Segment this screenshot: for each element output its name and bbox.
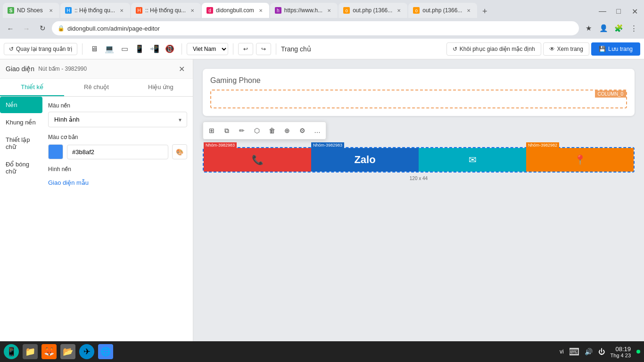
profile-button[interactable]: 👤 [597,22,610,35]
taskbar-time: 08:19 [611,346,631,353]
mail-button[interactable]: ✉ [419,148,526,172]
close-window-button[interactable]: ✕ [628,5,641,18]
tab-close-button[interactable]: ✕ [189,7,196,14]
taskbar-app-4[interactable]: 📂 [60,344,75,359]
taskbar-clock: 08:19 Thg 4 23 [611,346,631,358]
view-page-button[interactable]: 👁 Xem trang [543,42,589,56]
taskbar-app-5[interactable]: ✈ [79,344,94,359]
widget-card: Gaming Phone COLUMN_0 [203,69,635,116]
toolbar-separator [82,43,83,55]
settings-float-button[interactable]: ⚙ [296,124,309,137]
nav-khung-nen[interactable]: Khung nền [0,114,42,131]
hinh-nen-label: Hình nền [48,166,187,173]
viewport-select[interactable]: Viet Nam [187,43,228,55]
panel-title: Giao diện [6,65,34,73]
address-bar-end: ★ 👤 🧩 ⋮ [582,22,640,35]
zalo-icon: Zalo [354,154,375,166]
hinh-anh-select[interactable]: Hình ảnh [48,112,187,127]
save-page-button[interactable]: 💾 Lưu trang [591,42,640,56]
taskbar-app-2[interactable]: 📁 [23,344,38,359]
panel-close-button[interactable]: ✕ [176,63,187,74]
restore-default-button[interactable]: ↺ Khôi phục giao diện mặc định [446,42,541,56]
tab-out-1[interactable]: o out.php (1366... ✕ [339,3,407,18]
save-icon: 💾 [599,46,606,52]
giao-dien-mau-link[interactable]: Giao diện mẫu [48,179,187,186]
tablet-wide-device-button[interactable]: ▭ [117,42,132,56]
taskbar-language[interactable]: vi [560,348,564,355]
new-tab-button[interactable]: + [478,5,491,18]
nav-thiet-lap-chu[interactable]: Thiết lập chữ [0,132,42,155]
tab-favicon: H [136,7,142,14]
tab-close-button[interactable]: ✕ [395,7,403,14]
bookmark-button[interactable]: ★ [582,22,595,35]
minimize-button[interactable]: — [596,5,609,18]
url-bar[interactable]: 🔒 didongbull.com/admin/page-editor [52,21,579,35]
tab-close-button[interactable]: ✕ [325,7,333,14]
undo-button[interactable]: ↩ [238,43,253,55]
tab-close-button[interactable]: ✕ [465,7,472,14]
redo-button[interactable]: ↪ [256,43,271,55]
tab-close-button[interactable]: ✕ [47,7,55,14]
taskbar-app-3[interactable]: 🦊 [41,344,57,359]
back-icon: ↺ [9,46,14,52]
mau-co-ban-group: Màu cơ bản 🎨 [48,134,187,159]
tab-title: :: Hệ thống qu... [145,7,186,14]
tab-he-thong-2[interactable]: H :: Hệ thống qu... ✕ [131,3,201,18]
taskbar-app-6[interactable]: 🌐 [98,344,113,359]
tab-hieu-ung[interactable]: Hiệu ứng [129,79,193,96]
side-nav: Nền Khung nền Thiết lập chữ Đổ bóng chữ [0,97,42,345]
back-button[interactable]: ← [4,22,17,35]
eyedropper-button[interactable]: 🎨 [172,144,187,159]
nav-do-bong-chu[interactable]: Đổ bóng chữ [0,156,42,180]
clear-button[interactable]: ⬡ [250,124,264,137]
tab-close-button[interactable]: ✕ [118,7,125,14]
settings-button[interactable]: ⋮ [627,22,640,35]
left-panel: Giao diện Nút bấm - 3982990 ✕ Thiết kế R… [0,59,193,345]
toolbar-separator-3 [233,43,233,55]
tab-out-2[interactable]: o out.php (1366... ✕ [408,3,477,18]
tab-title: :: Hệ thống qu... [74,7,115,14]
location-button[interactable]: Nhóm-3982982 📍 [526,148,634,172]
duplicate-button[interactable]: ⊕ [281,124,294,137]
more-button[interactable]: … [311,124,324,137]
mobile-device-button[interactable]: 📲 [148,42,162,56]
select-wrapper: Hình ảnh [48,112,187,127]
taskbar-date: Thg 4 23 [611,353,631,358]
laptop-device-button[interactable]: 💻 [102,42,116,56]
address-bar: ← → ↻ 🔒 didongbull.com/admin/page-editor… [0,18,644,39]
color-hex-input[interactable] [67,145,168,159]
hinh-nen-group: Hình nền [48,166,187,173]
tab-https[interactable]: h https://www.h... ✕ [270,3,338,18]
edit-button[interactable]: ✏ [235,124,248,137]
taskbar-volume-icon[interactable]: 🔊 [585,348,593,355]
tab-didongbull[interactable]: d didongbull.com ✕ [202,3,269,18]
taskbar-power-icon[interactable]: ⏻ [598,348,605,355]
desktop-device-button[interactable]: 🖥 [87,42,101,56]
taskbar-app-1[interactable]: 📱 [4,344,19,359]
extensions-button[interactable]: 🧩 [612,22,625,35]
maximize-button[interactable]: □ [612,5,625,18]
device-buttons: 🖥 💻 ▭ 📱 📲 📵 [87,42,177,56]
small-mobile-device-button[interactable]: 📵 [163,42,177,56]
nav-nen[interactable]: Nền [0,97,42,113]
reload-button[interactable]: ↻ [36,22,49,35]
tab-close-button[interactable]: ✕ [257,7,264,14]
tab-nd-shoes[interactable]: S ND Shoes ✕ [3,3,59,18]
toolbar-right: ↺ Khôi phục giao diện mặc định 👁 Xem tra… [446,42,640,56]
delete-button[interactable]: 🗑 [265,124,279,137]
tablet-device-button[interactable]: 📱 [132,42,147,56]
forward-button[interactable]: → [20,22,33,35]
tab-thiet-ke[interactable]: Thiết kế [0,79,64,96]
copy-button[interactable]: ⧉ [220,124,233,137]
mau-nen-group: Màu nền Hình ảnh [48,102,187,127]
back-to-admin-button[interactable]: ↺ Quay lại trang quản trị [4,43,77,55]
phone-button[interactable]: Nhóm-3982983 📞 [204,148,311,172]
tab-he-thong-1[interactable]: H :: Hệ thống qu... ✕ [60,3,130,18]
browser-chrome: S ND Shoes ✕ H :: Hệ thống qu... ✕ H :: … [0,0,644,39]
align-button[interactable]: ⊞ [205,124,218,137]
tab-re-chuot[interactable]: Rê chuột [64,79,128,96]
column-drop-zone: COLUMN_0 [210,90,627,108]
color-swatch[interactable] [48,144,63,159]
zalo-button[interactable]: Nhóm-3982983 Zalo [311,148,419,172]
taskbar-keyboard-icon[interactable]: ⌨ [570,348,579,355]
